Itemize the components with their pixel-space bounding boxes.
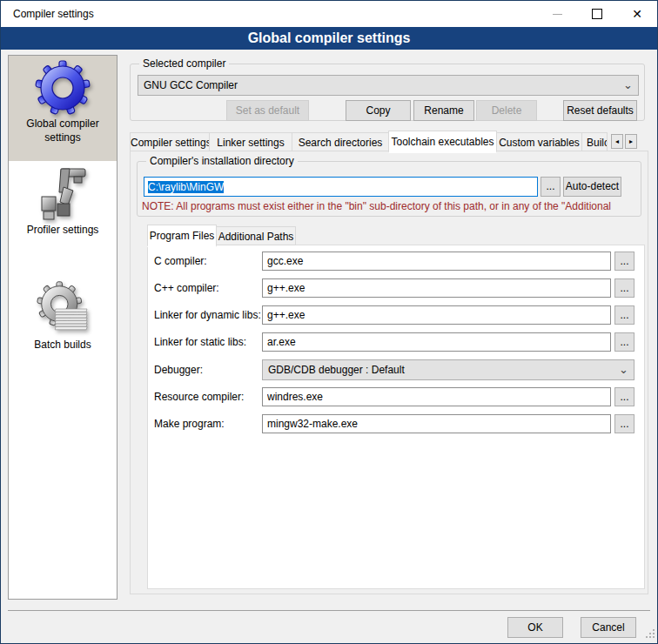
c-compiler-label: C compiler:	[154, 255, 207, 267]
footer-divider	[8, 610, 650, 611]
linker-static-browse-button[interactable]: ...	[614, 332, 634, 352]
maximize-button[interactable]	[577, 1, 617, 27]
blue-gear-icon	[35, 60, 91, 116]
linker-dynamic-field[interactable]	[262, 305, 611, 325]
tab-scroll-left-icon[interactable]: ◂	[611, 134, 623, 149]
close-icon: ✕	[632, 8, 642, 20]
tab-search-directories[interactable]: Search directories	[292, 132, 389, 151]
c-compiler-field[interactable]	[262, 252, 611, 271]
window-title: Compiler settings	[13, 8, 94, 20]
install-dir-selected-text: C:\raylib\MinGW	[148, 181, 224, 193]
resize-grip[interactable]	[646, 628, 655, 641]
sidebar-item-batch-builds[interactable]: Batch builds	[9, 281, 117, 377]
linker-static-label: Linker for static libs:	[154, 336, 246, 348]
delete-button[interactable]: Delete	[476, 100, 537, 121]
autodetect-button[interactable]: Auto-detect	[563, 177, 621, 197]
make-program-label: Make program:	[154, 418, 225, 430]
tab-custom-variables[interactable]: Custom variables	[496, 132, 582, 151]
tab-build-options-truncated[interactable]: Builc	[581, 132, 608, 151]
cpp-compiler-field[interactable]	[262, 278, 611, 298]
gray-gear-stack-icon	[35, 281, 91, 337]
bin-subdirectory-note: NOTE: All programs must exist either in …	[142, 200, 638, 212]
sidebar-item-label: Global compiler settings	[9, 117, 117, 144]
make-program-field[interactable]	[262, 414, 611, 433]
resource-compiler-browse-button[interactable]: ...	[614, 387, 634, 406]
rename-button[interactable]: Rename	[413, 100, 474, 121]
ok-button[interactable]: OK	[507, 617, 563, 638]
maximize-icon	[592, 9, 602, 19]
make-program-browse-button[interactable]: ...	[614, 414, 634, 433]
install-dir-input[interactable]: C:\raylib\MinGW	[144, 177, 538, 197]
compiler-select-value: GNU GCC Compiler	[144, 79, 620, 91]
resource-compiler-field[interactable]	[262, 387, 611, 406]
set-as-default-button[interactable]: Set as default	[226, 100, 309, 121]
tab-toolchain-executables[interactable]: Toolchain executables	[388, 131, 497, 153]
compiler-select[interactable]: GNU GCC Compiler ⌄	[138, 75, 639, 96]
linker-dynamic-label: Linker for dynamic libs:	[154, 309, 261, 321]
c-compiler-browse-button[interactable]: ...	[614, 252, 634, 271]
resource-compiler-label: Resource compiler:	[154, 391, 244, 403]
sidebar-item-label: Batch builds	[34, 339, 91, 352]
sidebar-item-label: Profiler settings	[27, 224, 99, 238]
page-title: Global compiler settings	[1, 27, 657, 50]
cancel-button[interactable]: Cancel	[581, 617, 636, 638]
tab-program-files[interactable]: Program Files	[147, 225, 217, 247]
title-bar[interactable]: Compiler settings ✕	[1, 1, 657, 27]
tab-additional-paths[interactable]: Additional Paths	[216, 226, 296, 245]
tab-scroller: ◂ ▸	[609, 134, 637, 149]
tab-linker-settings[interactable]: Linker settings	[209, 132, 292, 151]
copy-button[interactable]: Copy	[346, 100, 411, 121]
linker-dynamic-browse-button[interactable]: ...	[614, 305, 634, 325]
sidebar-item-global-compiler-settings[interactable]: Global compiler settings	[9, 56, 117, 161]
installation-directory-legend: Compiler's installation directory	[146, 155, 298, 167]
caliper-icon	[35, 166, 91, 222]
program-files-tabs: Program Files Additional Paths	[147, 225, 295, 245]
debugger-select-value: GDB/CDB debugger : Default	[268, 364, 615, 376]
cpp-compiler-label: C++ compiler:	[154, 282, 219, 294]
debugger-label: Debugger:	[154, 364, 203, 376]
linker-static-field[interactable]	[262, 332, 611, 352]
window-controls: ✕	[537, 1, 657, 27]
install-dir-browse-button[interactable]: ...	[540, 177, 561, 197]
settings-sidebar: Global compiler settings	[8, 55, 118, 600]
close-button[interactable]: ✕	[617, 1, 657, 27]
reset-defaults-button[interactable]: Reset defaults	[563, 100, 637, 121]
cpp-compiler-browse-button[interactable]: ...	[614, 278, 634, 298]
compiler-settings-dialog: Compiler settings ✕ Global compiler sett…	[0, 0, 658, 644]
debugger-select[interactable]: GDB/CDB debugger : Default ⌄	[262, 359, 634, 380]
selected-compiler-group: Selected compiler GNU GCC Compiler ⌄ Set…	[130, 64, 645, 121]
tab-scroll-right-icon[interactable]: ▸	[625, 134, 637, 149]
minimize-icon	[553, 14, 562, 15]
sidebar-item-profiler-settings[interactable]: Profiler settings	[9, 166, 117, 262]
compiler-tabs: Compiler settings Linker settings Search…	[130, 131, 637, 151]
selected-compiler-legend: Selected compiler	[139, 57, 229, 70]
chevron-down-icon: ⌄	[623, 81, 633, 90]
minimize-button[interactable]	[537, 1, 577, 27]
tab-compiler-settings[interactable]: Compiler settings	[130, 132, 210, 151]
chevron-down-icon: ⌄	[619, 366, 628, 374]
